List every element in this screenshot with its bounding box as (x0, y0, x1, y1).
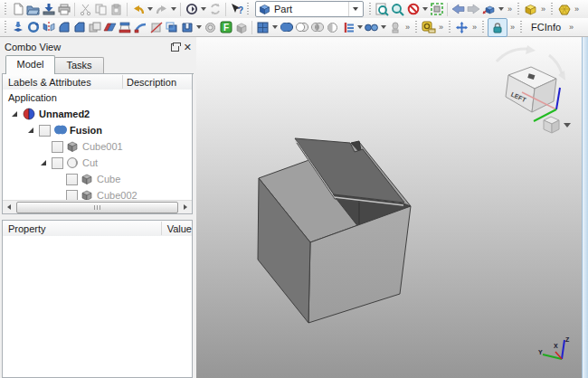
toolbar-grip[interactable] (550, 3, 555, 15)
extrude-icon[interactable] (10, 19, 25, 35)
visibility-checkbox[interactable] (52, 141, 63, 153)
float-panel-icon[interactable] (169, 43, 180, 52)
expander-icon[interactable] (41, 160, 46, 165)
print-icon[interactable] (56, 1, 71, 17)
boolean-cut-icon[interactable] (294, 19, 309, 35)
tree-root-label[interactable]: Application (3, 92, 57, 103)
overflow-chevron[interactable]: » (566, 19, 576, 35)
tree-root[interactable]: Application (3, 90, 192, 106)
toolbar-grip[interactable] (4, 21, 8, 33)
paste-icon[interactable] (109, 1, 124, 17)
nav-forward-icon[interactable] (466, 1, 481, 17)
tree-item-label[interactable]: Cube (3, 174, 120, 184)
compound-dropdown-caret[interactable] (270, 19, 279, 35)
axonometric-view-icon[interactable] (481, 1, 497, 17)
sweep-icon[interactable] (133, 19, 148, 35)
expander-icon[interactable] (28, 128, 33, 133)
tree-column-description[interactable]: Description (123, 77, 192, 88)
visibility-checkbox[interactable] (39, 125, 51, 137)
toolbar-grip[interactable] (414, 21, 419, 33)
shape-builder-icon[interactable] (387, 19, 403, 35)
visibility-checkbox[interactable] (66, 174, 78, 185)
cross-sections-icon[interactable] (340, 19, 356, 35)
undo-icon[interactable] (130, 1, 146, 17)
overflow-chevron[interactable]: » (403, 19, 413, 35)
ruled-surface-icon[interactable] (102, 19, 118, 35)
undo-dropdown-caret[interactable] (146, 1, 154, 17)
boolean-xor-icon[interactable] (325, 19, 340, 35)
tree-item-unnamed2[interactable]: Unnamed2 (3, 106, 192, 122)
refresh-icon[interactable] (207, 1, 223, 17)
revolve-icon[interactable] (25, 19, 41, 35)
toolbar-grip[interactable] (246, 3, 251, 15)
overflow-chevron[interactable]: » (469, 19, 479, 35)
make-shape-face-icon[interactable]: F (218, 19, 233, 35)
save-icon[interactable] (41, 1, 56, 17)
section-dropdown-caret[interactable] (356, 19, 364, 35)
open-folder-icon[interactable] (25, 1, 41, 17)
fcinfo-button[interactable]: FCInfo (526, 19, 566, 35)
toolbar-grip[interactable] (481, 21, 486, 33)
toolbar-grip[interactable] (4, 3, 8, 15)
overflow-chevron[interactable]: » (572, 1, 582, 17)
macro-record-icon[interactable] (184, 1, 199, 17)
overflow-chevron[interactable]: » (436, 19, 446, 35)
expander-icon[interactable] (12, 111, 17, 117)
redo-dropdown-caret[interactable] (169, 1, 177, 17)
toolbar-grip[interactable] (448, 21, 452, 33)
overflow-chevron[interactable]: » (538, 1, 548, 17)
tree-horizontal-scrollbar[interactable] (3, 200, 192, 213)
measure-icon[interactable] (421, 19, 436, 35)
tab-tasks[interactable]: Tasks (54, 57, 104, 73)
overflow-chevron[interactable]: » (507, 19, 517, 35)
3d-viewport[interactable]: LEFT Z X Y (196, 37, 583, 378)
part-primitives-icon[interactable] (556, 1, 572, 17)
tree-item-label[interactable]: Cut (3, 157, 98, 168)
tree-item-cube[interactable]: Cube (3, 171, 192, 187)
make-face-icon[interactable] (87, 19, 102, 35)
redo-icon[interactable] (154, 1, 169, 17)
tree-item-cube002[interactable]: Cube002 (3, 187, 192, 201)
value-column[interactable]: Value (162, 223, 192, 234)
connect-dropdown-caret[interactable] (379, 19, 387, 35)
scroll-left-arrow-icon[interactable] (3, 202, 15, 213)
boolean-union-icon[interactable] (279, 19, 294, 35)
macro-dropdown-caret[interactable] (199, 1, 207, 17)
toolbar-grip[interactable] (519, 21, 524, 33)
thickness-icon[interactable] (179, 19, 194, 35)
scrollbar-thumb[interactable] (16, 202, 178, 213)
tree-item-cube001[interactable]: Cube001 (3, 138, 192, 155)
offset-icon[interactable] (164, 19, 179, 35)
property-column[interactable]: Property (3, 223, 88, 234)
section-icon[interactable] (148, 19, 164, 35)
tree-item-fusion[interactable]: Fusion (3, 122, 192, 138)
whats-this-icon[interactable]: ? (229, 1, 244, 17)
connect-icon[interactable] (364, 19, 379, 35)
toolbar-grip[interactable] (517, 3, 521, 15)
convert-solid-icon[interactable] (233, 19, 249, 35)
fit-all-icon[interactable] (375, 1, 390, 17)
nav-back-icon[interactable] (450, 1, 466, 17)
move-icon[interactable] (454, 19, 469, 35)
close-panel-icon[interactable]: ✕ (184, 43, 192, 52)
draw-style-dropdown-caret[interactable] (421, 1, 429, 17)
selection-view-icon[interactable] (429, 1, 444, 17)
fillet-icon[interactable] (56, 19, 71, 35)
view-dropdown-caret[interactable] (497, 1, 505, 17)
part-box-icon[interactable] (523, 1, 538, 17)
overflow-chevron[interactable]: » (505, 1, 515, 17)
loft-icon[interactable] (118, 19, 133, 35)
right-dock-edge[interactable] (582, 37, 588, 378)
tree-column-labels[interactable]: Labels & Attributes (3, 77, 91, 88)
tree-item-cut[interactable]: Cut (3, 155, 192, 171)
tab-model[interactable]: Model (5, 55, 55, 74)
new-document-icon[interactable] (10, 1, 25, 17)
toolbar-grip[interactable] (368, 3, 373, 15)
cut-scissors-icon[interactable] (78, 1, 93, 17)
lock-position-button[interactable] (488, 18, 507, 37)
offset-dropdown-caret[interactable] (194, 19, 203, 35)
workbench-dropdown-caret[interactable] (348, 2, 361, 16)
visibility-checkbox[interactable] (52, 157, 63, 169)
copy-icon[interactable] (93, 1, 109, 17)
zoom-icon[interactable] (390, 1, 405, 17)
